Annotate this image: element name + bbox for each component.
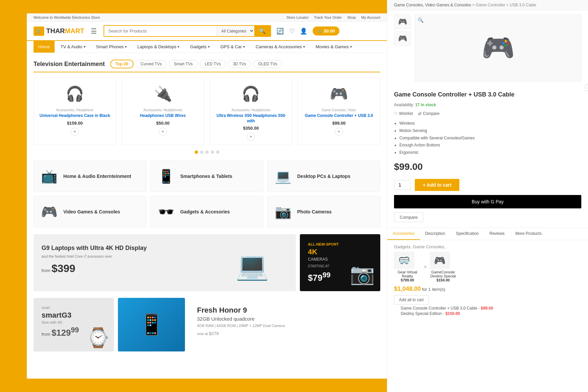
- product-cart-btn-3[interactable]: +: [247, 133, 255, 141]
- product-card-2[interactable]: 🔌 Accessories, Headphones Headphones USB…: [122, 78, 204, 145]
- filter-tab-smart[interactable]: Smart TVs: [169, 60, 198, 68]
- accessories-section: Gadgets, Game Consoles, 🥽 Gear Virtual R…: [387, 240, 588, 322]
- promo-laptop-banner[interactable]: G9 Laptops with Ultra 4K HD Display and …: [34, 234, 296, 291]
- header: 🛒 THARMART ☰ All Categories 🔍 🔄 ♡ 👤 🛒 $0…: [27, 22, 387, 41]
- search-button[interactable]: 🔍: [254, 26, 270, 36]
- carousel-dot-1[interactable]: [195, 150, 198, 154]
- promo-camera-label: ALL-NEW-SPORT: [308, 242, 372, 246]
- carousel-dot-2[interactable]: [200, 150, 203, 154]
- bundle-item-2: 🎮 GameConsole Destiny Special $150.00: [430, 252, 457, 282]
- bundle-plus-1: +: [423, 264, 427, 271]
- filter-tab-oled[interactable]: OLED TVs: [253, 60, 282, 68]
- nav-gps[interactable]: GPS & Car ▾: [216, 41, 250, 53]
- chevron-down-icon: ▾: [125, 45, 127, 49]
- product-category-3: Accessories, Headphones: [214, 108, 288, 112]
- feature-wireless: Wireless: [399, 120, 581, 127]
- zoom-icon[interactable]: 🔍: [418, 17, 423, 23]
- category-card-cameras[interactable]: 📷 Photo Cameras: [267, 196, 380, 227]
- compare-button[interactable]: Compare: [394, 212, 423, 222]
- search-input[interactable]: [104, 26, 217, 36]
- category-card-gadgets[interactable]: 🕶️ Gadgets & Accesories: [150, 196, 263, 227]
- product-cart-btn-4[interactable]: +: [335, 128, 343, 136]
- carousel-dot-4[interactable]: [211, 150, 214, 154]
- wishlist-link[interactable]: ♡ Wishlist: [394, 111, 413, 116]
- tab-description[interactable]: Description: [420, 228, 451, 240]
- watch-brand-label: smart: [42, 306, 106, 310]
- promo-laptop-big-price: $399: [52, 262, 75, 274]
- banner-honor[interactable]: Fresh Honor 9 32GB Unlocked quadcore 4GB…: [189, 298, 380, 351]
- product-card-1[interactable]: 🎧 Accessories, Headphone Universal Headp…: [34, 78, 116, 145]
- category-select[interactable]: All Categories: [217, 26, 254, 36]
- filter-tab-curved[interactable]: Curved TVs: [136, 60, 167, 68]
- breadcrumb-separator: >: [472, 3, 475, 7]
- tab-accessories[interactable]: Accessories: [387, 228, 420, 240]
- quantity-input[interactable]: [394, 180, 411, 190]
- promo-camera-banner[interactable]: ALL-NEW-SPORT 4K CAMERAS STARTING AT $79…: [300, 234, 380, 291]
- refresh-icon[interactable]: 🔄: [276, 27, 284, 35]
- nav-tv-audio[interactable]: TV & Audio ▾: [56, 41, 90, 53]
- product-price-1: $159.00: [38, 121, 112, 126]
- category-card-desktops[interactable]: 💻 Desktop PCs & Laptops: [267, 160, 380, 192]
- nav-gadgets[interactable]: Gadgets ▾: [185, 41, 214, 53]
- nav-cameras[interactable]: Cameras & Accessories ▾: [251, 41, 310, 53]
- product-detail-container: 🎮 🎮 🔍 🎮 Game Console Controller + USB 3.…: [387, 10, 588, 322]
- carousel-dot-3[interactable]: [205, 150, 209, 154]
- watch-big-price: $12999: [52, 328, 79, 338]
- my-account-link[interactable]: My Account: [361, 15, 380, 19]
- banner-phone[interactable]: 📱: [118, 298, 185, 351]
- breadcrumb-game-consoles[interactable]: Game Consoles, Video Games & Consoles: [394, 3, 471, 7]
- buy-with-gpay-button[interactable]: Buy with G Pay: [394, 195, 581, 208]
- logo: 🛒 THARMART: [34, 26, 84, 36]
- product-thumb-1[interactable]: 🎮: [394, 14, 411, 29]
- filter-tab-top20[interactable]: Top 20: [110, 60, 134, 68]
- content-area: Television Entertainment Top 20 Curved T…: [27, 53, 387, 358]
- product-cart-btn-2[interactable]: +: [159, 128, 167, 136]
- add-all-button[interactable]: Add all to cart: [394, 295, 429, 305]
- track-order-link[interactable]: Track Your Order: [314, 15, 342, 19]
- hamburger-button[interactable]: ☰: [89, 26, 98, 37]
- add-to-cart-button[interactable]: + Add to cart: [415, 179, 459, 191]
- cart-button[interactable]: 🛒 $0.00: [313, 26, 339, 36]
- tab-reviews[interactable]: Reviews: [484, 228, 510, 240]
- nav-home[interactable]: Home: [34, 41, 55, 53]
- filter-tab-led[interactable]: LED TVs: [200, 60, 226, 68]
- product-title-2: Headphones USB Wires: [126, 113, 200, 119]
- user-icon[interactable]: 👤: [300, 27, 307, 35]
- product-category-2: Accessories, Headphones: [126, 108, 200, 112]
- product-thumb-2[interactable]: 🎮: [394, 31, 411, 46]
- wishlist-compare-row: ♡ Wishlist ⇄ Compare: [387, 109, 588, 119]
- category-card-games[interactable]: 🎮 Video Games & Consoles: [34, 196, 146, 227]
- compare-link[interactable]: ⇄ Compare: [418, 111, 439, 116]
- bundle-total: $1,048.00 for 1 item(s): [394, 285, 581, 292]
- store-locator-link[interactable]: Store Locator: [286, 15, 309, 19]
- filter-tab-3d[interactable]: 3D TVs: [228, 60, 251, 68]
- product-card-4[interactable]: 🎮 Game Consoles, Video Game Console Cont…: [298, 78, 380, 145]
- product-cart-btn-1[interactable]: +: [71, 128, 79, 136]
- honor-specs: 4GB RAM | 64GB ROM | 20MP + 12MP Dual Ca…: [197, 324, 372, 328]
- tab-specification[interactable]: Specification: [451, 228, 484, 240]
- category-icon-games: 🎮: [39, 202, 59, 222]
- category-icon-cameras: 📷: [273, 202, 293, 222]
- nav-laptops[interactable]: Laptops & Desktops ▾: [133, 41, 184, 53]
- product-price-2: $50.00: [126, 121, 200, 126]
- product-availability: Availability: 17 In stock: [387, 101, 588, 109]
- chevron-down-icon: ▾: [84, 45, 85, 49]
- nav-movies[interactable]: Movies & Games ▾: [311, 41, 356, 53]
- sticky-item-1: Game Console Controller + USB 3.0 Cable …: [401, 306, 575, 311]
- category-card-home-audio[interactable]: 📺 Home & Audio Enternteinment: [34, 160, 146, 192]
- qty-add-row: + Add to cart: [387, 176, 588, 194]
- nav-smart-phones[interactable]: Smart Phones ▾: [91, 41, 131, 53]
- carousel-dot-5[interactable]: [216, 150, 219, 154]
- product-card-3[interactable]: 🎧 Accessories, Headphones Ultra Wireless…: [210, 78, 292, 145]
- bundle-item-name-2: GameConsole Destiny Special: [430, 270, 457, 278]
- banner-watch[interactable]: smart smartG3 Now with 4G from $12999 ⌚: [34, 298, 114, 351]
- tab-more-products[interactable]: More Products: [510, 228, 547, 240]
- bottom-banners: smart smartG3 Now with 4G from $12999 ⌚ …: [34, 298, 380, 351]
- chevron-down-icon: ▾: [303, 45, 305, 49]
- bundle-item-name-1: Gear Virtual Reality: [394, 270, 421, 278]
- product-price-3: $350.00: [214, 126, 288, 131]
- wishlist-icon[interactable]: ♡: [289, 27, 295, 35]
- category-card-smartphones[interactable]: 📱 Smartphones & Tablets: [150, 160, 263, 192]
- shop-link[interactable]: Shop: [347, 15, 356, 19]
- watch-sub: Now with 4G: [42, 320, 106, 324]
